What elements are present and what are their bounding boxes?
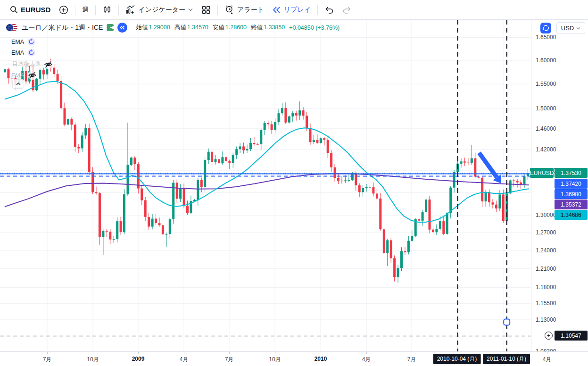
time-tick-mark <box>321 352 321 354</box>
toolbar-separator <box>217 5 218 15</box>
low-value: 1.28600 <box>225 24 247 31</box>
price-tick: 1.46000 <box>536 125 556 132</box>
price-tick: 1.21000 <box>536 266 556 272</box>
interval-label: 週 <box>82 6 89 14</box>
ohlc-readout: 始値1.29000 高値1.34570 安値1.28600 終値1.33850 … <box>136 24 340 32</box>
open-label: 始値 <box>136 24 148 31</box>
time-tick: 10月 <box>269 356 281 364</box>
close-label: 終値 <box>251 24 263 31</box>
vertical-line-date-tag[interactable]: 2010-10-04 (月) <box>433 354 481 364</box>
currency-select[interactable]: USD <box>556 22 585 34</box>
top-toolbar: EURUSD 週 インジケーター アラート リプレイ <box>0 0 588 20</box>
redo-icon <box>342 6 352 14</box>
time-tick: 2009 <box>132 356 145 362</box>
redo-button[interactable] <box>338 2 356 18</box>
high-label: 高値 <box>174 24 186 31</box>
time-tick-mark <box>184 352 184 354</box>
change-value: +0.04850 (+3.76%) <box>289 25 340 31</box>
layout-templates-button[interactable] <box>197 2 215 18</box>
toolbar-separator <box>317 5 318 15</box>
time-tick: 2010 <box>315 356 327 362</box>
data-source-icon <box>107 24 114 31</box>
time-tick: 4月 <box>180 356 189 364</box>
ichimoku-label: 一目均衡表® <box>6 60 40 68</box>
time-axis[interactable]: 7月10月20094月7月10月20104月7月4月2010-10-04 (月)… <box>0 351 588 366</box>
chart-plot-area[interactable]: ユーロ／米ドル・1週・ICE 始値1.29000 高値1.34570 安値1.2… <box>0 20 531 351</box>
price-tick: 1.60000 <box>536 57 556 64</box>
price-tick: 1.13000 <box>536 316 556 323</box>
symbol-search-button[interactable]: EURUSD <box>6 2 55 18</box>
time-tick: 7月 <box>407 356 416 364</box>
legend-collapse-button[interactable] <box>12 79 24 89</box>
indicators-button[interactable]: インジケーター <box>121 2 197 18</box>
time-tick-mark <box>366 352 367 354</box>
currency-selected: USD <box>561 25 574 32</box>
undo-icon <box>324 6 334 14</box>
alert-label: アラート <box>237 6 264 14</box>
interval-button[interactable]: 週 <box>78 2 93 18</box>
chevron-down-icon <box>188 8 193 11</box>
price-tick: 1.15500 <box>536 300 556 307</box>
time-tick: 4月 <box>362 356 371 364</box>
alert-button[interactable]: アラート <box>220 2 268 18</box>
price-tick: 1.50000 <box>536 105 556 112</box>
price-tick: 1.30000 <box>536 212 556 218</box>
eye-hidden-icon[interactable] <box>27 70 37 80</box>
low-label: 安値 <box>213 24 224 31</box>
add-alert-plus-button[interactable]: + <box>545 332 553 340</box>
plus-circle-icon <box>59 5 68 15</box>
currency-pair-icon <box>6 23 18 33</box>
chart-header: ユーロ／米ドル・1週・ICE 始値1.29000 高値1.34570 安値1.2… <box>6 23 340 33</box>
price-tick: 1.24000 <box>536 247 556 254</box>
time-tick-mark <box>547 352 547 354</box>
close-value: 1.33850 <box>264 24 285 31</box>
legend-row-ema-2[interactable]: EMA <box>11 49 35 57</box>
dashed-circle-icon <box>542 25 549 32</box>
legend-row-ema-hidden[interactable]: EMA <box>11 70 37 80</box>
time-tick: 4月 <box>543 356 552 364</box>
undo-button[interactable] <box>320 2 338 18</box>
toolbar-symbol-label: EURUSD <box>21 6 50 14</box>
time-tick: 7月 <box>225 356 234 364</box>
vertical-line-date-tag[interactable]: 2011-01-10 (月) <box>483 354 530 364</box>
price-tick: 1.65000 <box>536 34 556 41</box>
compare-add-button[interactable] <box>55 2 73 18</box>
drawing-handle[interactable] <box>504 319 510 325</box>
toolbar-separator <box>118 5 119 15</box>
indicators-icon <box>125 5 135 15</box>
replay-restart-button[interactable] <box>117 23 127 33</box>
tradingview-app: EURUSD 週 インジケーター アラート リプレイ <box>0 0 588 366</box>
currency-toggle-button[interactable] <box>540 23 551 33</box>
time-tick: 10月 <box>87 356 99 364</box>
indicators-label: インジケーター <box>138 6 185 14</box>
replay-label: リプレイ <box>284 6 311 14</box>
alarm-clock-icon <box>224 5 234 15</box>
toolbar-separator <box>95 5 96 15</box>
candlestick-type-icon <box>102 5 112 15</box>
candlestick-canvas[interactable] <box>0 20 531 351</box>
grid-layout-icon <box>201 5 211 15</box>
chevron-down-icon <box>576 27 580 30</box>
legend-row-ichimoku[interactable]: 一目均衡表® <box>6 59 53 69</box>
search-icon <box>10 6 18 14</box>
time-tick-mark <box>138 352 139 354</box>
rewind-icon <box>120 25 125 30</box>
price-axis[interactable]: 1.650001.600001.550001.500001.460001.420… <box>531 20 588 351</box>
price-tick: 1.42000 <box>536 146 556 153</box>
time-tick-mark <box>229 352 230 354</box>
replay-button[interactable]: リプレイ <box>268 2 315 18</box>
ema-label: EMA <box>11 39 24 45</box>
price-tick: 1.27000 <box>536 229 556 236</box>
ema-label: EMA <box>11 50 24 56</box>
chart-type-button[interactable] <box>98 2 116 18</box>
eye-hidden-icon[interactable] <box>43 59 53 69</box>
ema-label: EMA <box>11 72 24 79</box>
price-tick: 1.38000 <box>536 167 556 174</box>
time-tick-mark <box>275 352 275 354</box>
chevron-up-icon <box>16 83 21 85</box>
high-value: 1.34570 <box>187 24 208 31</box>
legend-row-ema-1[interactable]: EMA <box>11 38 35 46</box>
toolbar-separator <box>75 5 75 15</box>
time-tick-mark <box>47 352 48 354</box>
chart-title[interactable]: ユーロ／米ドル・1週・ICE <box>22 24 103 32</box>
